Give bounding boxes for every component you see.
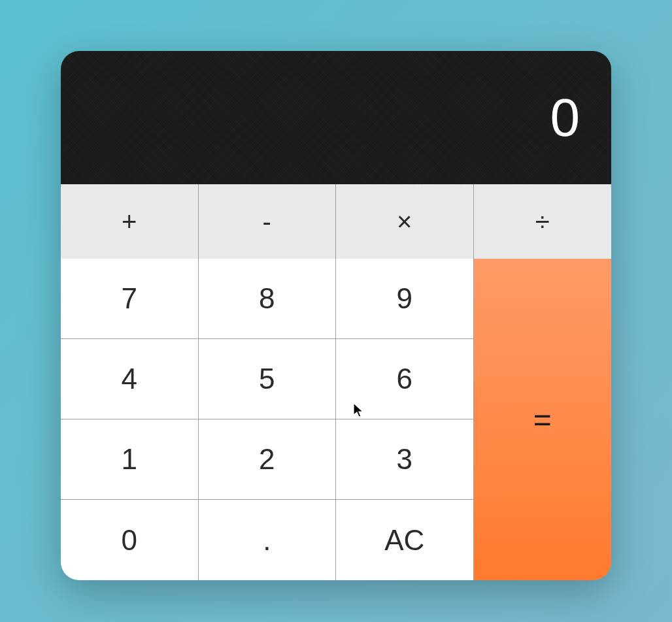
digit-0-button[interactable]: 0 xyxy=(61,500,199,580)
decimal-label: . xyxy=(263,524,271,557)
decimal-button[interactable]: . xyxy=(199,500,337,580)
digit-4-button[interactable]: 4 xyxy=(61,339,199,419)
equals-label: = xyxy=(533,402,552,438)
multiply-button[interactable]: × xyxy=(336,184,474,259)
clear-label: AC xyxy=(384,524,424,557)
body-grid: 7 8 9 4 5 6 1 2 3 xyxy=(61,259,611,580)
digit-7-label: 7 xyxy=(122,282,137,315)
digit-6-label: 6 xyxy=(397,363,412,395)
subtract-button[interactable]: - xyxy=(199,184,337,259)
digit-0-label: 0 xyxy=(122,524,137,557)
digit-9-label: 9 xyxy=(397,282,412,315)
digit-4-label: 4 xyxy=(122,363,137,395)
digit-1-label: 1 xyxy=(122,443,137,476)
numpad: 7 8 9 4 5 6 1 2 3 xyxy=(61,259,474,580)
equals-button[interactable]: = xyxy=(474,259,612,580)
digit-7-button[interactable]: 7 xyxy=(61,259,199,339)
multiply-label: × xyxy=(397,207,412,237)
display: 0 xyxy=(61,51,611,184)
operator-row: + - × ÷ xyxy=(61,184,611,259)
digit-1-button[interactable]: 1 xyxy=(61,419,199,500)
clear-button[interactable]: AC xyxy=(336,500,474,580)
digit-8-button[interactable]: 8 xyxy=(199,259,337,339)
digit-2-label: 2 xyxy=(259,443,275,476)
digit-6-button[interactable]: 6 xyxy=(336,339,474,419)
digit-3-button[interactable]: 3 xyxy=(336,419,474,500)
divide-label: ÷ xyxy=(535,207,550,237)
display-value: 0 xyxy=(550,87,580,148)
digit-8-label: 8 xyxy=(259,282,275,315)
add-button[interactable]: + xyxy=(61,184,199,259)
subtract-label: - xyxy=(263,207,271,237)
digit-2-button[interactable]: 2 xyxy=(199,419,337,500)
digit-5-button[interactable]: 5 xyxy=(199,339,337,419)
calculator: 0 + - × ÷ 7 8 9 4 xyxy=(61,51,611,580)
digit-3-label: 3 xyxy=(397,443,412,476)
digit-9-button[interactable]: 9 xyxy=(336,259,474,339)
divide-button[interactable]: ÷ xyxy=(474,184,612,259)
digit-5-label: 5 xyxy=(259,363,275,395)
add-label: + xyxy=(122,207,137,237)
